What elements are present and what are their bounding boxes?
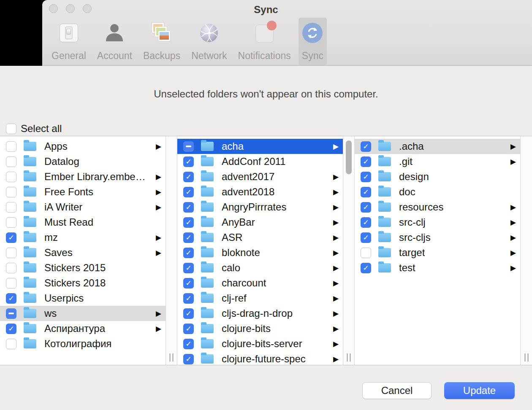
resize-grip-icon[interactable] [347, 353, 351, 361]
toolbar-item-sync[interactable]: Sync [299, 18, 327, 65]
folder-checkbox[interactable] [6, 217, 16, 228]
expand-arrow-icon[interactable]: ▶ [333, 173, 339, 181]
folder-checkbox[interactable]: ✓ [6, 324, 16, 334]
folder-checkbox[interactable]: ✓ [361, 187, 371, 197]
folder-checkbox[interactable]: ✓ [361, 141, 371, 152]
folder-row[interactable]: ✓src-clj▶ [355, 215, 520, 230]
folder-row[interactable]: ✓advent2018▶ [177, 184, 343, 200]
folder-checkbox[interactable] [6, 263, 16, 273]
select-all-checkbox[interactable] [6, 124, 16, 134]
folder-row[interactable]: ✓charcount▶ [177, 275, 343, 291]
folder-checkbox[interactable]: ✓ [183, 354, 194, 364]
folder-checkbox[interactable] [6, 278, 16, 289]
folder-row[interactable]: ✓ASR▶ [177, 230, 343, 245]
folder-row[interactable]: Котолиграфия [0, 336, 166, 351]
folder-row[interactable]: ✓resources▶ [355, 200, 520, 215]
folder-checkbox[interactable] [6, 172, 16, 182]
folder-row[interactable]: Apps▶ [0, 139, 166, 154]
expand-arrow-icon[interactable]: ▶ [156, 325, 161, 332]
folder-row[interactable]: ✓bloknote▶ [177, 245, 343, 260]
expand-arrow-icon[interactable]: ▶ [333, 234, 339, 241]
folder-checkbox[interactable]: ✓ [183, 293, 194, 304]
folder-row[interactable]: ✓Userpics [0, 291, 166, 306]
folder-row[interactable]: ✓test▶ [355, 260, 520, 275]
folder-row[interactable]: ✓AnyBar▶ [177, 215, 343, 230]
folder-checkbox[interactable] [6, 141, 16, 152]
folder-checkbox[interactable]: ✓ [183, 278, 194, 289]
expand-arrow-icon[interactable]: ▶ [333, 280, 339, 287]
resize-grip-icon[interactable] [170, 353, 174, 361]
expand-arrow-icon[interactable]: ▶ [510, 158, 516, 165]
cancel-button[interactable]: Cancel [362, 382, 432, 399]
expand-arrow-icon[interactable]: ▶ [333, 340, 339, 348]
update-button[interactable]: Update [444, 382, 515, 399]
resize-grip-icon[interactable] [524, 353, 528, 361]
folder-row[interactable]: Saves▶ [0, 245, 166, 260]
folder-checkbox[interactable]: ✓ [183, 172, 194, 182]
folder-checkbox[interactable]: ✓ [183, 339, 194, 349]
folder-row[interactable]: Ember Library.embe…▶ [0, 169, 166, 184]
expand-arrow-icon[interactable]: ▶ [156, 173, 161, 181]
expand-arrow-icon[interactable]: ▶ [333, 249, 339, 256]
toolbar-item-general[interactable]: General [48, 18, 90, 65]
expand-arrow-icon[interactable]: ▶ [510, 204, 516, 211]
toolbar-item-notifications[interactable]: Notifications [235, 18, 294, 65]
expand-arrow-icon[interactable]: ▶ [510, 219, 516, 226]
folder-row[interactable]: ✓doc [355, 184, 520, 200]
folder-row[interactable]: ✓Аспирантура▶ [0, 321, 166, 336]
folder-checkbox[interactable] [6, 187, 16, 197]
expand-arrow-icon[interactable]: ▶ [333, 325, 339, 332]
expand-arrow-icon[interactable]: ▶ [156, 310, 161, 317]
folder-checkbox[interactable]: ✓ [361, 232, 371, 243]
folder-row[interactable]: iA Writer▶ [0, 200, 166, 215]
folder-row[interactable]: ✓clj-ref▶ [177, 291, 343, 306]
folder-row[interactable]: Datalog [0, 154, 166, 169]
expand-arrow-icon[interactable]: ▶ [333, 204, 339, 211]
expand-arrow-icon[interactable]: ▶ [333, 264, 339, 272]
toolbar-item-account[interactable]: Account [94, 18, 136, 65]
expand-arrow-icon[interactable]: ▶ [510, 143, 516, 150]
close-button[interactable] [49, 4, 58, 13]
folder-row[interactable]: Stickers 2018 [0, 275, 166, 291]
expand-arrow-icon[interactable]: ▶ [156, 249, 161, 256]
folder-checkbox[interactable]: ✓ [6, 293, 16, 304]
minimize-button[interactable] [66, 4, 75, 13]
folder-checkbox[interactable]: ✓ [183, 232, 194, 243]
folder-checkbox[interactable] [183, 141, 194, 152]
folder-checkbox[interactable]: ✓ [183, 217, 194, 228]
expand-arrow-icon[interactable]: ▶ [510, 264, 516, 272]
scrollbar-thumb[interactable] [346, 140, 352, 174]
expand-arrow-icon[interactable]: ▶ [333, 356, 339, 363]
folder-row[interactable]: ✓clojure-future-spec▶ [177, 351, 343, 365]
zoom-button[interactable] [83, 4, 92, 13]
folder-checkbox[interactable]: ✓ [183, 187, 194, 197]
expand-arrow-icon[interactable]: ▶ [333, 295, 339, 302]
folder-row[interactable]: Stickers 2015 [0, 260, 166, 275]
folder-row[interactable]: ✓.acha▶ [355, 139, 520, 154]
expand-arrow-icon[interactable]: ▶ [333, 143, 339, 150]
folder-row[interactable]: target▶ [355, 245, 520, 260]
folder-row[interactable]: ✓advent2017▶ [177, 169, 343, 184]
expand-arrow-icon[interactable]: ▶ [333, 310, 339, 317]
folder-checkbox[interactable]: ✓ [183, 156, 194, 167]
folder-row[interactable]: ✓cljs-drag-n-drop▶ [177, 306, 343, 321]
folder-row[interactable]: ✓design [355, 169, 520, 184]
expand-arrow-icon[interactable]: ▶ [510, 249, 516, 256]
folder-row[interactable]: acha▶ [177, 139, 343, 154]
expand-arrow-icon[interactable]: ▶ [156, 143, 161, 150]
folder-checkbox[interactable]: ✓ [6, 232, 16, 243]
toolbar-item-network[interactable]: Network [188, 18, 230, 65]
folder-checkbox[interactable] [6, 339, 16, 349]
folder-checkbox[interactable]: ✓ [361, 217, 371, 228]
folder-checkbox[interactable] [6, 308, 16, 319]
expand-arrow-icon[interactable]: ▶ [333, 189, 339, 196]
folder-checkbox[interactable]: ✓ [361, 156, 371, 167]
folder-row[interactable]: ✓AddConf 2011 [177, 154, 343, 169]
folder-row[interactable]: ✓mz▶ [0, 230, 166, 245]
folder-checkbox[interactable]: ✓ [183, 324, 194, 334]
folder-checkbox[interactable] [6, 248, 16, 258]
folder-row[interactable]: Must Read [0, 215, 166, 230]
expand-arrow-icon[interactable]: ▶ [510, 234, 516, 241]
folder-checkbox[interactable]: ✓ [183, 308, 194, 319]
folder-row[interactable]: ✓calo▶ [177, 260, 343, 275]
